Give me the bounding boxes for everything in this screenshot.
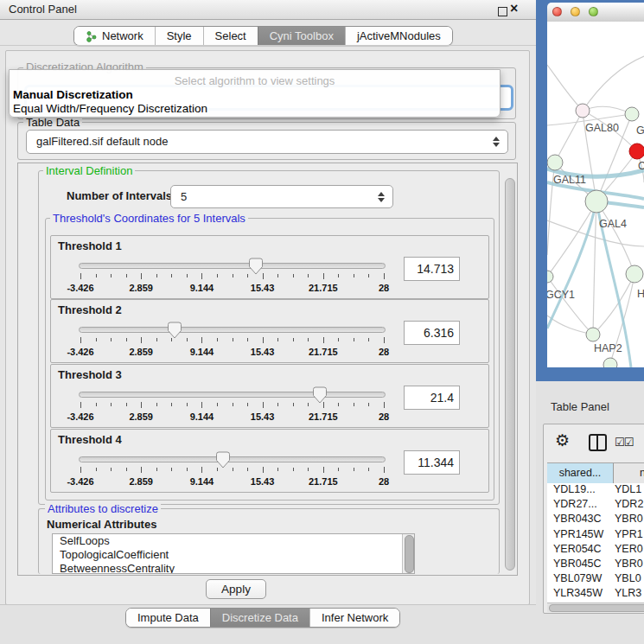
- list-item[interactable]: BetweennessCentrality: [53, 562, 414, 574]
- zoom-traffic-light-icon[interactable]: [589, 7, 598, 16]
- slider-tick-label: 21.715: [309, 411, 338, 422]
- slider-tick: [80, 273, 81, 279]
- slider-tick-label: 2.859: [129, 476, 153, 487]
- node-gal4[interactable]: [585, 190, 608, 213]
- num-intervals-combo[interactable]: 5: [170, 185, 393, 208]
- slider-handle[interactable]: [216, 451, 230, 469]
- slider-tick-label: 28: [379, 283, 389, 293]
- table-row[interactable]: YLR345WYLR3: [547, 587, 644, 602]
- tab-infer-network[interactable]: Infer Network: [309, 609, 399, 627]
- cell-name: YPR1: [613, 528, 644, 543]
- algorithm-option-manual[interactable]: Manual Discretization: [13, 88, 133, 101]
- slider-tick: [338, 338, 339, 341]
- tab-discretize-data[interactable]: Discretize Data: [210, 609, 309, 627]
- minimize-traffic-light-icon[interactable]: [571, 7, 580, 16]
- horizontal-scrollbar[interactable]: [547, 603, 644, 612]
- table-row[interactable]: YBR045CYBR0: [547, 558, 644, 572]
- slider-tick: [141, 273, 142, 279]
- column-header-shared[interactable]: shared...: [547, 463, 614, 483]
- slider-tick: [384, 467, 385, 473]
- node[interactable]: [626, 265, 643, 283]
- slider-tick: [293, 274, 294, 277]
- table-row[interactable]: YER054CYER0: [547, 543, 644, 558]
- slider-tick: [126, 403, 127, 406]
- checkbox-icons[interactable]: ☑☑: [615, 436, 633, 449]
- slider-tick-label: 2.859: [129, 411, 153, 422]
- top-tabbar: NetworkStyleSelectCyni ToolboxjActiveMNo…: [73, 26, 453, 46]
- slider-handle[interactable]: [313, 386, 327, 404]
- float-window-icon[interactable]: [498, 7, 507, 16]
- slider-tick-label: 2.859: [129, 283, 153, 293]
- slider-tick: [171, 468, 172, 471]
- node-gal80[interactable]: [576, 104, 590, 118]
- slider-tick-label: 28: [379, 411, 389, 422]
- slider-tick: [263, 273, 264, 279]
- tab-jactivemnodules[interactable]: jActiveMNodules: [345, 27, 452, 45]
- list-item[interactable]: SelfLoops: [53, 534, 414, 548]
- cell-shared-name: YBL079W: [547, 572, 613, 587]
- table-data-combo[interactable]: galFiltered.sif default node: [26, 130, 508, 154]
- cell-name: YER0: [613, 543, 644, 558]
- num-intervals-value: 5: [181, 186, 187, 207]
- slider-tick-label: 21.715: [309, 347, 338, 357]
- tab-cyni-toolbox[interactable]: Cyni Toolbox: [258, 27, 345, 45]
- split-columns-icon[interactable]: [589, 434, 607, 451]
- slider-tick: [96, 403, 97, 406]
- node-gal11[interactable]: [547, 155, 563, 170]
- slider-handle[interactable]: [168, 322, 182, 339]
- threshold-value-field[interactable]: 6.316: [404, 321, 460, 345]
- node-label: GAL11: [553, 174, 586, 186]
- list-scrollbar[interactable]: [402, 534, 414, 573]
- apply-button[interactable]: Apply: [206, 579, 266, 599]
- algorithm-placeholder: Select algorithm to view settings: [10, 74, 500, 87]
- slider-tick: [80, 402, 81, 408]
- slider-tick: [156, 403, 157, 406]
- table-row[interactable]: YBL079WYBL0: [547, 572, 644, 587]
- close-icon[interactable]: ×: [510, 1, 518, 16]
- column-header-name[interactable]: n: [614, 463, 644, 483]
- threshold-label: Threshold 2: [58, 303, 122, 316]
- tab-select[interactable]: Select: [203, 27, 258, 45]
- slider-track[interactable]: [79, 327, 386, 333]
- cell-name: YBR0: [613, 513, 644, 527]
- threshold-value-field[interactable]: 21.4: [404, 386, 460, 410]
- close-traffic-light-icon[interactable]: [552, 7, 562, 16]
- node-label: GA: [636, 124, 644, 137]
- table-row[interactable]: YPR145WYPR1: [547, 528, 644, 543]
- table-row[interactable]: YDL19...YDL1: [547, 483, 644, 498]
- vertical-scrollbar[interactable]: [505, 178, 515, 571]
- table-row[interactable]: YBR043CYBR0: [547, 513, 644, 527]
- threshold-value-field[interactable]: 11.344: [404, 450, 460, 475]
- tab-impute-data[interactable]: Impute Data: [126, 609, 210, 627]
- gear-icon[interactable]: ⚙: [555, 432, 570, 449]
- cell-shared-name: YDL19...: [547, 483, 613, 498]
- tab-style[interactable]: Style: [155, 27, 203, 45]
- threshold-value-field[interactable]: 14.713: [404, 257, 460, 281]
- slider-tick-label: 21.715: [309, 283, 338, 293]
- slider-track[interactable]: [79, 456, 386, 462]
- node-red-selected[interactable]: [629, 143, 644, 159]
- node[interactable]: [603, 358, 617, 367]
- slider-tick: [308, 403, 309, 406]
- network-canvas[interactable]: GAL80GACGAL11GAL4GCY1HHAP2: [547, 22, 644, 367]
- algorithm-option-equal-width[interactable]: Equal Width/Frequency Discretization: [13, 102, 207, 115]
- numerical-attributes-list[interactable]: SelfLoopsTopologicalCoefficientBetweenne…: [52, 533, 415, 574]
- cell-name: YBR0: [613, 558, 644, 572]
- slider-tick: [96, 338, 97, 341]
- node-gcy1[interactable]: [547, 271, 553, 283]
- thresholds-group-label: Threshold's Coordinates for 5 Intervals: [50, 212, 248, 225]
- slider-tick: [96, 274, 97, 277]
- slider-handle[interactable]: [249, 258, 263, 275]
- table-body: YDL19...YDL1YDR27...YDR2YBR043CYBR0YPR14…: [547, 483, 644, 603]
- table-row[interactable]: YDR27...YDR2: [547, 498, 644, 513]
- list-item[interactable]: TopologicalCoefficient: [53, 548, 414, 562]
- cell-name: YLR3: [613, 587, 644, 602]
- slider-tick: [277, 468, 278, 471]
- slider-tick-label: -3.426: [67, 411, 93, 422]
- node-hap2[interactable]: [586, 328, 600, 341]
- tab-network[interactable]: Network: [74, 27, 155, 45]
- node[interactable]: [625, 107, 639, 121]
- slider-track[interactable]: [79, 263, 386, 269]
- app-root: Control Panel × NetworkStyleSelectCyni T…: [0, 0, 644, 644]
- slider-track[interactable]: [79, 392, 386, 398]
